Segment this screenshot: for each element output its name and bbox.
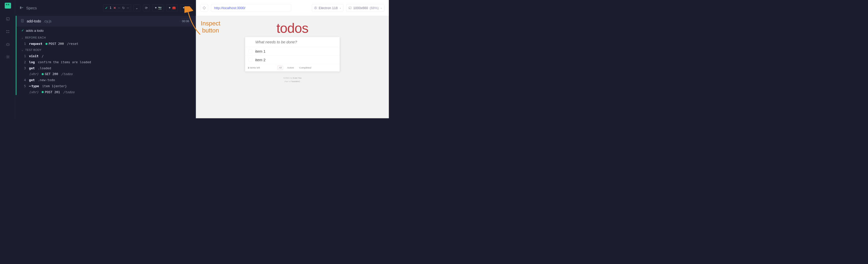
preview-toolbar: http://localhost:3000/ Electron 118 ⌄ 10… — [196, 0, 389, 16]
status-text: POST 201 — [45, 90, 60, 94]
face-icon — [186, 6, 189, 9]
preview-stage: Inspect button todos item 1 item 2 2 ite… — [196, 16, 389, 118]
command-log-panel: Specs ✓ 1 ✕ -- ↻ -- ⌄ ⟳ ✦ 📷 ✦ 🧰 ✦ — [16, 0, 196, 118]
section-test-body[interactable]: ⌄ TEST BODY — [16, 47, 196, 53]
todo-item[interactable]: item 2 — [245, 56, 340, 64]
status-badge: POST 201 — [42, 90, 60, 94]
selector-playground-button[interactable] — [200, 4, 208, 11]
spec-file-row[interactable]: add-todo .cy.js 00:06 — [16, 16, 196, 27]
command-name: type — [29, 84, 39, 88]
inspect-button[interactable]: ✦ — [180, 4, 192, 11]
status-dot-icon — [45, 43, 48, 45]
wand-icon: ✦ — [168, 6, 171, 9]
chevron-down-icon: ⌄ — [21, 49, 23, 51]
svg-point-3 — [6, 32, 7, 33]
svg-rect-2 — [7, 30, 9, 31]
spec-file-ext: .cy.js — [43, 19, 52, 23]
toggle-circle-icon[interactable] — [248, 58, 252, 62]
spec-file-name: add-todo — [27, 19, 41, 23]
test-status-pill: ✓ 1 ✕ -- ↻ -- — [103, 4, 131, 11]
pass-count: 1 — [110, 6, 111, 9]
camera-icon: 📷 — [158, 6, 162, 9]
section-before-each[interactable]: ⌄ BEFORE EACH — [16, 34, 196, 41]
todo-count-label: items left — [249, 66, 260, 69]
command-args: .new-todo — [38, 78, 55, 82]
svg-rect-11 — [349, 7, 351, 8]
command-number: 1 — [21, 54, 26, 58]
command-args: /todos — [61, 72, 73, 76]
wand-icon: ✦ — [155, 6, 157, 9]
svg-point-10 — [315, 7, 316, 8]
status-text: POST 200 — [49, 42, 64, 46]
credits-author: Evan You — [293, 77, 302, 79]
command-row[interactable]: 2 log confirm the items are loaded — [16, 59, 196, 65]
viewport-selector[interactable]: 1000x660 (68%) ⌄ — [346, 4, 384, 11]
command-args: item 1{enter} — [42, 84, 67, 88]
command-name: get — [29, 66, 35, 70]
svg-point-5 — [7, 44, 8, 46]
test-title: adds a todo — [26, 29, 43, 32]
command-row-xhr[interactable]: (xhr) GET 200 /todos — [16, 71, 196, 77]
filter-completed[interactable]: Completed — [298, 66, 312, 70]
command-row[interactable]: 1 visit / — [16, 53, 196, 59]
command-number: 4 — [21, 78, 26, 82]
command-name: get — [29, 78, 35, 82]
runs-nav-icon[interactable] — [5, 29, 10, 34]
command-number: 3 — [21, 66, 26, 70]
credits-prefix: Written by — [283, 77, 293, 79]
todo-app: todos item 1 item 2 2 items left All — [245, 20, 340, 118]
command-name: visit — [29, 54, 39, 58]
status-dot-icon — [42, 73, 44, 75]
back-arrow-icon[interactable] — [20, 6, 23, 10]
playground-button-1[interactable]: ✦ 📷 — [153, 4, 164, 11]
specs-title[interactable]: Specs — [26, 6, 37, 10]
url-text: http://localhost:3000/ — [214, 6, 246, 10]
section-label: TEST BODY — [25, 48, 41, 52]
command-args: .loaded — [38, 66, 51, 70]
status-text: GET 200 — [45, 72, 58, 76]
todo-count: 2 items left — [248, 66, 260, 69]
command-args: / — [42, 54, 44, 58]
playground-button-2[interactable]: ✦ 🧰 — [166, 4, 178, 11]
command-args: /reset — [67, 42, 79, 46]
command-row[interactable]: 5 type item 1{enter} — [16, 83, 196, 89]
svg-point-6 — [7, 56, 8, 57]
chevron-down-icon: ⌄ — [339, 6, 341, 9]
specs-nav-icon[interactable] — [5, 17, 10, 21]
filter-active[interactable]: Active — [286, 66, 295, 70]
app-sidebar — [0, 0, 16, 118]
next-test-button[interactable]: ⌄ — [133, 4, 140, 11]
command-row[interactable]: 3 get .loaded — [16, 65, 196, 71]
command-row[interactable]: 4 get .new-todo — [16, 77, 196, 83]
command-args: /todos — [63, 90, 74, 94]
url-bar[interactable]: http://localhost:3000/ — [211, 4, 291, 11]
section-label: BEFORE EACH — [25, 36, 46, 39]
todo-filters: All Active Completed — [277, 66, 313, 70]
reload-button[interactable]: ⟳ — [143, 4, 150, 11]
viewport-scale: (68%) — [370, 6, 379, 10]
browser-selector[interactable]: Electron 118 ⌄ — [312, 4, 344, 11]
status-badge: GET 200 — [42, 72, 58, 76]
xhr-tag: (xhr) — [29, 72, 39, 76]
app-preview-panel: http://localhost:3000/ Electron 118 ⌄ 10… — [196, 0, 389, 118]
todo-footer: 2 items left All Active Completed — [245, 64, 340, 72]
chevron-down-icon: ⌄ — [135, 6, 138, 10]
command-row-xhr[interactable]: (xhr) POST 201 /todos — [16, 89, 196, 95]
debug-nav-icon[interactable] — [5, 42, 10, 47]
new-todo-input[interactable] — [245, 37, 340, 47]
todo-credits: Written by Evan You Part of TodoMVC — [283, 76, 301, 83]
log-header: Specs ✓ 1 ✕ -- ↻ -- ⌄ ⟳ ✦ 📷 ✦ 🧰 ✦ — [16, 0, 196, 16]
svg-point-1 — [6, 30, 7, 31]
command-number: 5 — [21, 84, 26, 88]
settings-nav-icon[interactable] — [5, 55, 10, 59]
toggle-circle-icon[interactable] — [248, 49, 252, 53]
pass-check-icon: ✓ — [105, 6, 107, 10]
file-icon — [21, 19, 24, 24]
fail-x-icon: ✕ — [113, 6, 116, 10]
command-row[interactable]: 1 request POST 200 /reset — [16, 41, 196, 47]
reload-icon: ⟳ — [145, 6, 148, 10]
browser-name: Electron 118 — [319, 6, 338, 10]
filter-all[interactable]: All — [277, 66, 283, 70]
todo-item[interactable]: item 1 — [245, 47, 340, 56]
test-title-row[interactable]: ✓ adds a todo — [16, 27, 196, 34]
